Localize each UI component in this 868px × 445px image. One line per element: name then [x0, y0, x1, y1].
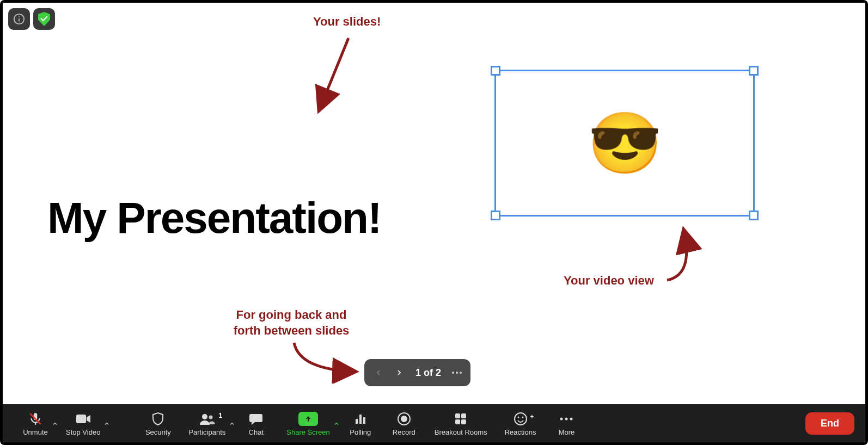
svg-point-23: [570, 417, 573, 420]
shield-icon: [151, 412, 164, 426]
share-screen-label: Share Screen: [286, 428, 330, 436]
svg-rect-11: [363, 417, 365, 424]
unmute-button[interactable]: Unmute: [14, 411, 57, 436]
svg-rect-15: [461, 413, 466, 418]
end-meeting-button[interactable]: End: [805, 412, 854, 435]
breakout-label: Breakout Rooms: [435, 428, 487, 436]
meeting-toolbar: Unmute Stop Video Security 1: [3, 404, 865, 442]
chat-label: Chat: [249, 428, 264, 436]
zoom-window: My Presentation! Your slides! For going …: [0, 0, 868, 445]
annotation-slides-label: Your slides!: [313, 15, 381, 29]
encryption-shield-button[interactable]: [33, 8, 55, 30]
svg-rect-5: [76, 415, 86, 423]
shield-check-icon: [38, 12, 50, 26]
record-icon: [397, 412, 411, 426]
ellipsis-icon: [559, 417, 573, 421]
svg-point-2: [19, 16, 20, 17]
participants-count: 1: [219, 412, 223, 419]
more-button[interactable]: More: [545, 411, 588, 436]
slide-counter: 1 of 2: [412, 367, 444, 379]
breakout-rooms-button[interactable]: Breakout Rooms: [426, 411, 496, 436]
chevron-right-icon: [395, 368, 404, 377]
svg-rect-17: [461, 419, 466, 424]
polling-label: Polling: [350, 428, 371, 436]
resize-handle-bottom-right[interactable]: [749, 211, 759, 220]
stop-video-button[interactable]: Stop Video: [57, 411, 109, 436]
annotation-video-arrow: [656, 220, 705, 286]
reactions-label: Reactions: [505, 428, 536, 436]
video-camera-icon: [76, 413, 91, 424]
meeting-info-button[interactable]: [8, 8, 30, 30]
slide-nav-more-button[interactable]: [450, 372, 464, 374]
svg-point-21: [560, 417, 563, 420]
svg-point-7: [209, 415, 213, 419]
share-screen-icon: [298, 412, 318, 426]
svg-rect-14: [455, 413, 460, 418]
chat-button[interactable]: Chat: [234, 411, 278, 436]
video-options-chevron[interactable]: [103, 421, 110, 427]
polling-button[interactable]: Polling: [339, 411, 382, 436]
svg-point-19: [517, 416, 519, 418]
participants-button[interactable]: 1 Participants: [180, 411, 234, 436]
svg-point-20: [522, 416, 523, 418]
svg-rect-10: [359, 415, 362, 424]
self-video-frame[interactable]: 😎: [494, 70, 755, 217]
avatar-emoji: 😎: [588, 113, 662, 173]
unmute-label: Unmute: [23, 428, 48, 436]
annotation-nav-label: For going back and forth between slides: [221, 307, 362, 338]
info-icon: [13, 13, 25, 25]
chevron-left-icon: [374, 368, 383, 377]
bar-chart-icon: [354, 412, 367, 425]
svg-rect-16: [455, 419, 460, 424]
reactions-button[interactable]: + Reactions: [496, 411, 545, 436]
annotation-slides-arrow: [302, 30, 378, 122]
annotation-nav-arrow: [286, 335, 373, 384]
security-button[interactable]: Security: [136, 411, 180, 436]
slide-nav-pill: 1 of 2: [364, 359, 470, 386]
resize-handle-top-left[interactable]: [491, 66, 500, 76]
resize-handle-bottom-left[interactable]: [491, 211, 500, 220]
svg-point-18: [515, 413, 527, 425]
record-label: Record: [393, 428, 415, 436]
resize-handle-top-right[interactable]: [749, 66, 759, 76]
participants-label: Participants: [188, 428, 225, 436]
smiley-icon: [514, 412, 528, 426]
security-label: Security: [145, 428, 171, 436]
svg-point-22: [565, 417, 568, 420]
more-label: More: [559, 428, 575, 436]
slide-title: My Presentation!: [47, 193, 381, 243]
top-left-controls: [8, 8, 55, 30]
annotation-nav-line1: For going back and: [236, 308, 347, 322]
annotation-video-label: Your video view: [564, 274, 654, 288]
grid-icon: [454, 412, 467, 425]
share-screen-button[interactable]: Share Screen: [278, 411, 339, 436]
microphone-muted-icon: [28, 412, 42, 426]
slide-prev-button[interactable]: [371, 365, 386, 380]
svg-rect-9: [356, 419, 358, 424]
chevron-up-icon: [103, 421, 110, 427]
svg-point-13: [401, 416, 407, 422]
participants-icon: [199, 413, 215, 425]
record-button[interactable]: Record: [382, 411, 426, 436]
stop-video-label: Stop Video: [66, 428, 100, 436]
chat-bubble-icon: [249, 412, 263, 425]
svg-point-6: [202, 414, 207, 419]
slide-next-button[interactable]: [392, 365, 407, 380]
reactions-plus-badge: +: [530, 413, 534, 421]
